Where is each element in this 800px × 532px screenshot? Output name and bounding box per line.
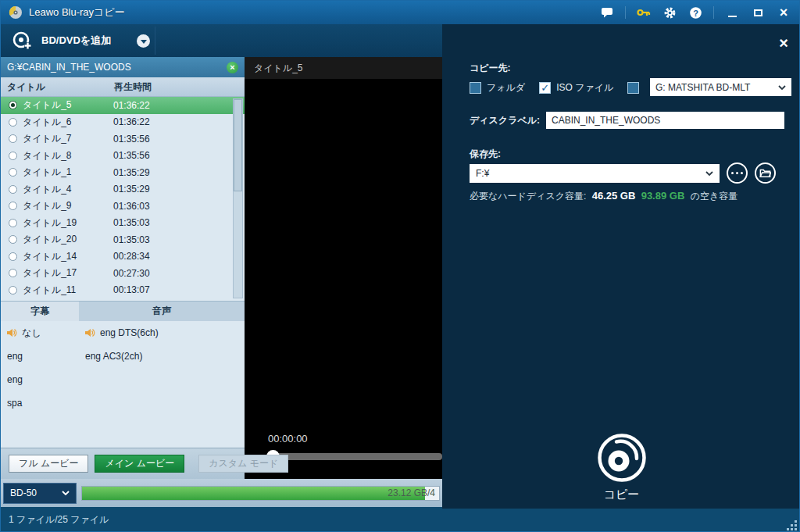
title-name: タイトル_11 xyxy=(23,284,113,297)
maximize-button[interactable] xyxy=(750,5,766,20)
speaker-icon xyxy=(85,328,95,337)
audio-label: eng AC3(2ch) xyxy=(85,351,142,362)
table-row[interactable]: タイトル_1 01:35:29 xyxy=(1,164,245,181)
title-list-header: タイトル 再生時間 xyxy=(1,77,245,97)
register-key-icon[interactable] xyxy=(636,5,652,20)
browse-button[interactable] xyxy=(727,162,748,184)
title-duration: 01:36:22 xyxy=(113,116,150,127)
capacity-label: 必要なハードディスク容量: xyxy=(470,191,586,202)
title-list-scrollbar[interactable] xyxy=(233,98,243,298)
table-row[interactable]: タイトル_4 01:35:29 xyxy=(1,181,245,198)
subtitle-label: eng xyxy=(7,374,23,385)
list-item[interactable]: eng xyxy=(1,345,79,368)
table-row[interactable]: タイトル_11 00:13:07 xyxy=(1,282,245,299)
toolbar-separator xyxy=(155,27,155,55)
save-path-row: F:¥ xyxy=(470,162,776,184)
mode-button[interactable]: メイン ムービー xyxy=(95,455,184,473)
settings-gear-icon[interactable] xyxy=(662,5,677,20)
help-icon[interactable]: ? xyxy=(688,5,703,20)
app-logo-icon xyxy=(9,5,23,20)
title-name: タイトル_9 xyxy=(23,199,113,212)
copy-disc-icon xyxy=(596,432,648,484)
remove-disc-button[interactable]: × xyxy=(227,62,238,73)
disc-type-value: BD-50 xyxy=(10,487,37,498)
radio-icon[interactable] xyxy=(9,101,17,109)
radio-icon[interactable] xyxy=(9,235,17,244)
radio-icon[interactable] xyxy=(9,134,17,143)
table-row[interactable]: タイトル_9 01:36:03 xyxy=(1,198,245,215)
title-duration: 00:28:34 xyxy=(113,251,150,262)
disc-header: G:¥CABIN_IN_THE_WOODS × xyxy=(1,57,245,77)
title-name: タイトル_14 xyxy=(23,250,113,263)
radio-icon[interactable] xyxy=(9,269,17,277)
save-path-value: F:¥ xyxy=(476,168,489,179)
burner-drive-value: G: MATSHITA BD-MLT xyxy=(655,82,750,93)
disc-type-select[interactable]: BD-50 xyxy=(3,483,77,504)
title-duration: 01:35:56 xyxy=(113,134,150,145)
copy-button[interactable]: コピー xyxy=(442,432,800,502)
titlebar: Leawo Blu-rayコピー ? × xyxy=(1,1,799,24)
copy-settings-panel: × コピー先: フォルダ ISO ファイル xyxy=(442,24,800,509)
burner-drive-select[interactable]: G: MATSHITA BD-MLT xyxy=(650,78,791,96)
title-name: タイトル_17 xyxy=(23,266,113,280)
table-row[interactable]: タイトル_5 01:36:22 xyxy=(1,97,245,114)
tab-subtitles[interactable]: 字幕 xyxy=(1,302,79,321)
open-folder-button[interactable] xyxy=(755,162,776,184)
table-row[interactable]: タイトル_8 01:35:56 xyxy=(1,148,245,165)
radio-icon[interactable] xyxy=(9,252,17,261)
chevron-down-icon xyxy=(705,171,713,176)
copy-target-options: フォルダ ISO ファイル xyxy=(470,78,659,97)
radio-icon[interactable] xyxy=(9,118,17,127)
title-duration: 00:27:30 xyxy=(113,268,150,279)
chevron-down-icon xyxy=(778,85,786,90)
save-path-select[interactable]: F:¥ xyxy=(470,164,720,183)
subtitle-list: なし eng eng spa xyxy=(1,321,79,448)
radio-icon[interactable] xyxy=(9,168,17,177)
list-item[interactable]: なし xyxy=(1,321,79,345)
radio-icon[interactable] xyxy=(9,202,17,210)
minimize-button[interactable] xyxy=(724,5,740,20)
tab-audio[interactable]: 音声 xyxy=(79,302,245,321)
speaker-icon xyxy=(7,328,17,337)
radio-icon[interactable] xyxy=(9,185,17,194)
list-item[interactable]: eng AC3(2ch) xyxy=(79,345,245,368)
table-row[interactable]: タイトル_17 00:27:30 xyxy=(1,265,245,282)
checkbox-label: ISO ファイル xyxy=(556,81,613,95)
disc-path: G:¥CABIN_IN_THE_WOODS xyxy=(7,62,131,73)
radio-icon[interactable] xyxy=(9,286,17,295)
subtitle-audio-header: 字幕 音声 xyxy=(1,301,245,321)
list-item[interactable]: eng xyxy=(1,368,79,391)
checkbox-label: フォルダ xyxy=(487,81,525,95)
table-row[interactable]: タイトル_7 01:35:56 xyxy=(1,130,245,148)
seek-slider[interactable] xyxy=(266,453,442,460)
add-bd-dvd-button[interactable]: BD/DVDを追加 xyxy=(1,24,122,57)
table-row[interactable]: タイトル_20 01:35:03 xyxy=(1,231,245,248)
checkbox[interactable] xyxy=(539,82,551,94)
save-to-label: 保存先: xyxy=(470,148,501,161)
table-row[interactable]: タイトル_14 00:28:34 xyxy=(1,248,245,266)
copy-target-option: フォルダ xyxy=(470,81,539,95)
mode-button[interactable]: フル ムービー xyxy=(9,455,88,473)
add-dropdown-button[interactable] xyxy=(137,34,150,48)
checkbox[interactable] xyxy=(627,82,639,94)
required-size: 46.25 GB xyxy=(592,190,636,202)
table-row[interactable]: タイトル_19 01:35:03 xyxy=(1,215,245,232)
disc-label-input[interactable] xyxy=(546,112,784,129)
list-item[interactable]: spa xyxy=(1,391,79,415)
list-item[interactable]: eng DTS(6ch) xyxy=(79,321,245,345)
table-row[interactable]: タイトル_6 01:36:22 xyxy=(1,114,245,131)
resize-grip[interactable] xyxy=(788,521,797,530)
titlebar-separator xyxy=(625,6,626,19)
audio-list: eng DTS(6ch) eng AC3(2ch) xyxy=(79,321,245,448)
mode-button[interactable]: カスタム モード xyxy=(198,455,288,473)
checkbox[interactable] xyxy=(470,82,481,94)
panel-close-button[interactable]: × xyxy=(779,35,788,51)
feedback-icon[interactable] xyxy=(599,5,615,20)
scrollbar-thumb[interactable] xyxy=(234,99,242,191)
radio-icon[interactable] xyxy=(9,152,17,160)
radio-icon[interactable] xyxy=(9,219,17,227)
close-button[interactable]: × xyxy=(776,5,791,20)
progress-fill xyxy=(82,487,425,500)
bottom-bar: BD-50 23.12 GB/4 xyxy=(1,479,442,507)
column-duration: 再生時間 xyxy=(114,77,245,96)
